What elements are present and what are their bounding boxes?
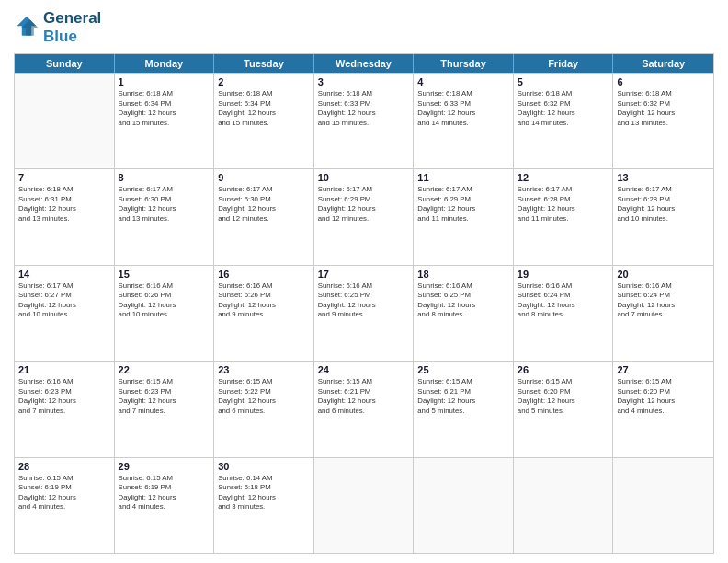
cal-cell: 3Sunrise: 6:18 AM Sunset: 6:33 PM Daylig… (314, 74, 415, 168)
day-number: 26 (518, 364, 609, 375)
cal-header-cell: Wednesday (314, 54, 415, 73)
day-info: Sunrise: 6:16 AM Sunset: 6:25 PM Dayligh… (417, 282, 509, 320)
header: General Blue (14, 9, 714, 46)
day-info: Sunrise: 6:17 AM Sunset: 6:29 PM Dayligh… (318, 185, 410, 224)
day-info: Sunrise: 6:17 AM Sunset: 6:28 PM Dayligh… (617, 185, 710, 224)
cal-cell: 7Sunrise: 6:18 AM Sunset: 6:31 PM Daylig… (15, 169, 115, 264)
cal-cell: 25Sunrise: 6:15 AM Sunset: 6:21 PM Dayli… (414, 362, 514, 456)
cal-cell: 10Sunrise: 6:17 AM Sunset: 6:29 PM Dayli… (314, 169, 415, 264)
day-info: Sunrise: 6:16 AM Sunset: 6:23 PM Dayligh… (18, 377, 110, 416)
day-number: 19 (518, 269, 609, 280)
day-info: Sunrise: 6:18 AM Sunset: 6:32 PM Dayligh… (518, 89, 609, 128)
day-info: Sunrise: 6:15 AM Sunset: 6:20 PM Dayligh… (617, 377, 710, 416)
cal-cell: 14Sunrise: 6:17 AM Sunset: 6:27 PM Dayli… (15, 266, 115, 361)
day-info: Sunrise: 6:15 AM Sunset: 6:22 PM Dayligh… (218, 377, 310, 416)
cal-cell: 1Sunrise: 6:18 AM Sunset: 6:34 PM Daylig… (115, 74, 215, 168)
day-number: 6 (617, 76, 710, 87)
cal-cell (613, 458, 713, 553)
day-number: 4 (417, 76, 509, 87)
day-info: Sunrise: 6:18 AM Sunset: 6:33 PM Dayligh… (417, 89, 509, 128)
cal-cell: 8Sunrise: 6:17 AM Sunset: 6:30 PM Daylig… (115, 169, 215, 264)
cal-cell (15, 74, 115, 168)
cal-cell: 21Sunrise: 6:16 AM Sunset: 6:23 PM Dayli… (15, 362, 115, 456)
cal-week-row: 28Sunrise: 6:15 AM Sunset: 6:19 PM Dayli… (15, 457, 713, 553)
cal-cell: 18Sunrise: 6:16 AM Sunset: 6:25 PM Dayli… (414, 266, 514, 361)
calendar-header-row: SundayMondayTuesdayWednesdayThursdayFrid… (15, 54, 713, 73)
day-number: 29 (119, 461, 210, 472)
page: General Blue SundayMondayTuesdayWednesda… (0, 0, 728, 563)
cal-cell: 13Sunrise: 6:17 AM Sunset: 6:28 PM Dayli… (613, 169, 713, 264)
cal-week-row: 14Sunrise: 6:17 AM Sunset: 6:27 PM Dayli… (15, 265, 713, 361)
day-number: 28 (18, 461, 110, 472)
logo: General Blue (14, 9, 101, 46)
cal-week-row: 1Sunrise: 6:18 AM Sunset: 6:34 PM Daylig… (15, 73, 713, 168)
day-number: 11 (417, 172, 509, 183)
day-number: 5 (518, 76, 609, 87)
cal-header-cell: Thursday (414, 54, 514, 73)
cal-cell: 17Sunrise: 6:16 AM Sunset: 6:25 PM Dayli… (314, 266, 415, 361)
cal-header-cell: Tuesday (214, 54, 314, 73)
day-info: Sunrise: 6:18 AM Sunset: 6:34 PM Dayligh… (218, 89, 310, 128)
day-info: Sunrise: 6:16 AM Sunset: 6:25 PM Dayligh… (318, 282, 410, 320)
day-number: 9 (218, 172, 310, 183)
cal-cell: 9Sunrise: 6:17 AM Sunset: 6:30 PM Daylig… (214, 169, 314, 264)
day-number: 13 (617, 172, 710, 183)
cal-cell (414, 458, 514, 553)
day-info: Sunrise: 6:16 AM Sunset: 6:26 PM Dayligh… (218, 282, 310, 320)
cal-cell (314, 458, 415, 553)
day-info: Sunrise: 6:15 AM Sunset: 6:23 PM Dayligh… (119, 377, 210, 416)
day-number: 30 (218, 461, 310, 472)
cal-header-cell: Monday (115, 54, 215, 73)
day-number: 24 (318, 364, 410, 375)
cal-cell: 15Sunrise: 6:16 AM Sunset: 6:26 PM Dayli… (115, 266, 215, 361)
cal-header-cell: Friday (514, 54, 614, 73)
cal-cell: 19Sunrise: 6:16 AM Sunset: 6:24 PM Dayli… (514, 266, 614, 361)
day-info: Sunrise: 6:16 AM Sunset: 6:26 PM Dayligh… (119, 282, 210, 320)
day-info: Sunrise: 6:15 AM Sunset: 6:19 PM Dayligh… (18, 474, 110, 512)
day-number: 1 (119, 76, 210, 87)
day-number: 18 (417, 269, 509, 280)
day-info: Sunrise: 6:15 AM Sunset: 6:19 PM Dayligh… (119, 474, 210, 512)
day-info: Sunrise: 6:15 AM Sunset: 6:21 PM Dayligh… (318, 377, 410, 416)
day-number: 7 (18, 172, 110, 183)
cal-cell: 27Sunrise: 6:15 AM Sunset: 6:20 PM Dayli… (613, 362, 713, 456)
day-info: Sunrise: 6:18 AM Sunset: 6:31 PM Dayligh… (18, 185, 110, 224)
day-info: Sunrise: 6:18 AM Sunset: 6:33 PM Dayligh… (318, 89, 410, 128)
day-info: Sunrise: 6:18 AM Sunset: 6:34 PM Dayligh… (119, 89, 210, 128)
cal-cell: 24Sunrise: 6:15 AM Sunset: 6:21 PM Dayli… (314, 362, 415, 456)
day-info: Sunrise: 6:16 AM Sunset: 6:24 PM Dayligh… (518, 282, 609, 320)
cal-cell: 29Sunrise: 6:15 AM Sunset: 6:19 PM Dayli… (115, 458, 215, 553)
cal-week-row: 7Sunrise: 6:18 AM Sunset: 6:31 PM Daylig… (15, 168, 713, 264)
calendar: SundayMondayTuesdayWednesdayThursdayFrid… (14, 53, 714, 554)
day-info: Sunrise: 6:17 AM Sunset: 6:30 PM Dayligh… (119, 185, 210, 224)
cal-cell: 16Sunrise: 6:16 AM Sunset: 6:26 PM Dayli… (214, 266, 314, 361)
day-number: 12 (518, 172, 609, 183)
day-info: Sunrise: 6:16 AM Sunset: 6:24 PM Dayligh… (617, 282, 710, 320)
calendar-body: 1Sunrise: 6:18 AM Sunset: 6:34 PM Daylig… (15, 73, 713, 553)
cal-cell: 2Sunrise: 6:18 AM Sunset: 6:34 PM Daylig… (214, 74, 314, 168)
day-number: 16 (218, 269, 310, 280)
day-number: 2 (218, 76, 310, 87)
day-number: 8 (119, 172, 210, 183)
day-info: Sunrise: 6:15 AM Sunset: 6:21 PM Dayligh… (417, 377, 509, 416)
cal-header-cell: Sunday (15, 54, 115, 73)
day-number: 23 (218, 364, 310, 375)
cal-cell (514, 458, 614, 553)
cal-cell: 4Sunrise: 6:18 AM Sunset: 6:33 PM Daylig… (414, 74, 514, 168)
cal-cell: 22Sunrise: 6:15 AM Sunset: 6:23 PM Dayli… (115, 362, 215, 456)
day-number: 3 (318, 76, 410, 87)
cal-cell: 30Sunrise: 6:14 AM Sunset: 6:18 PM Dayli… (214, 458, 314, 553)
logo-text: General Blue (43, 9, 101, 46)
cal-cell: 6Sunrise: 6:18 AM Sunset: 6:32 PM Daylig… (613, 74, 713, 168)
day-info: Sunrise: 6:18 AM Sunset: 6:32 PM Dayligh… (617, 89, 710, 128)
day-number: 22 (119, 364, 210, 375)
day-number: 10 (318, 172, 410, 183)
cal-cell: 23Sunrise: 6:15 AM Sunset: 6:22 PM Dayli… (214, 362, 314, 456)
day-info: Sunrise: 6:14 AM Sunset: 6:18 PM Dayligh… (218, 474, 310, 512)
logo-icon (14, 15, 40, 40)
cal-cell: 12Sunrise: 6:17 AM Sunset: 6:28 PM Dayli… (514, 169, 614, 264)
day-number: 25 (417, 364, 509, 375)
day-number: 27 (617, 364, 710, 375)
day-number: 15 (119, 269, 210, 280)
day-info: Sunrise: 6:17 AM Sunset: 6:27 PM Dayligh… (18, 282, 110, 320)
